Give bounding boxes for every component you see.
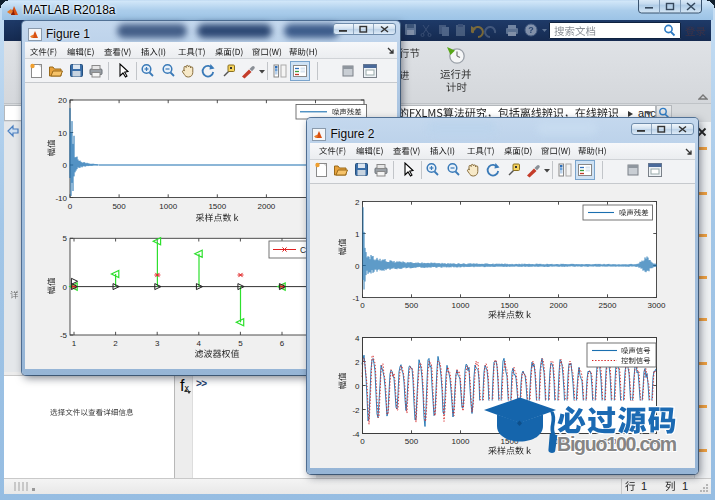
svg-text:1000: 1000	[452, 301, 470, 310]
svg-text:-10: -10	[55, 194, 67, 203]
svg-text:1500: 1500	[501, 301, 519, 310]
svg-text:-5: -5	[60, 331, 68, 340]
svg-text:5: 5	[238, 339, 243, 348]
svg-text:1000: 1000	[159, 202, 177, 211]
svg-text:-1: -1	[352, 294, 360, 303]
svg-text:5: 5	[63, 234, 68, 243]
svg-text:2500: 2500	[599, 301, 617, 310]
svg-text:1: 1	[355, 230, 360, 239]
svg-text:Biguo100.com: Biguo100.com	[557, 433, 677, 455]
svg-text:0: 0	[63, 283, 68, 292]
svg-text:10: 10	[58, 129, 67, 138]
svg-text:0: 0	[68, 202, 73, 211]
svg-text:2: 2	[355, 358, 360, 367]
svg-text:4: 4	[355, 334, 360, 343]
svg-text:0: 0	[360, 301, 365, 310]
svg-text:0: 0	[355, 262, 360, 271]
svg-text:-2: -2	[352, 406, 360, 415]
svg-text:2: 2	[355, 198, 360, 207]
svg-text:1500: 1500	[208, 202, 226, 211]
svg-text:1: 1	[72, 339, 77, 348]
svg-text:3: 3	[155, 339, 160, 348]
svg-text:500: 500	[405, 437, 419, 446]
svg-text:500: 500	[405, 301, 419, 310]
svg-text:2: 2	[113, 339, 118, 348]
svg-text:2000: 2000	[550, 301, 568, 310]
svg-text:0: 0	[63, 161, 68, 170]
svg-text:4: 4	[197, 339, 202, 348]
svg-text:20: 20	[58, 96, 67, 105]
svg-text:500: 500	[112, 202, 126, 211]
svg-text:2000: 2000	[258, 202, 276, 211]
svg-text:0: 0	[355, 382, 360, 391]
svg-text:3000: 3000	[648, 301, 666, 310]
svg-text:-4: -4	[352, 430, 360, 439]
svg-text:?: ?	[528, 25, 534, 35]
svg-text:1000: 1000	[452, 437, 470, 446]
svg-text:6: 6	[280, 339, 285, 348]
svg-text:0: 0	[360, 437, 365, 446]
